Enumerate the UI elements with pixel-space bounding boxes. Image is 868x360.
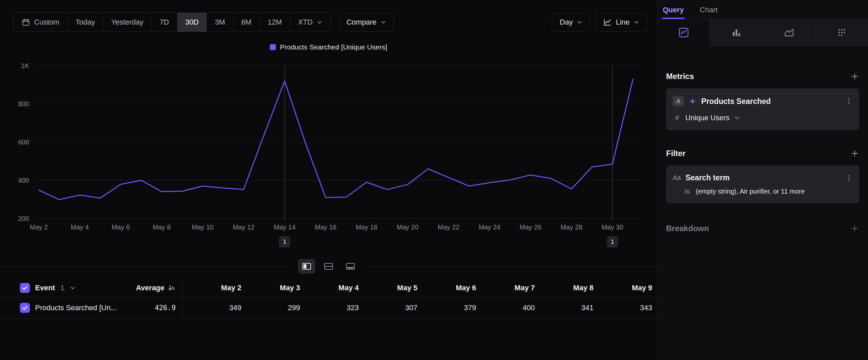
- chevron-down-icon[interactable]: [734, 115, 740, 121]
- range-today-button[interactable]: Today: [67, 13, 103, 32]
- average-value: 426.9: [155, 304, 176, 312]
- compare-button[interactable]: Compare: [339, 13, 394, 32]
- filter-card[interactable]: Aa Search term Is (empty string), Air pu…: [666, 165, 859, 203]
- measure-type-icon: #: [673, 114, 681, 122]
- metric-menu-button[interactable]: [845, 97, 853, 105]
- granularity-label: Day: [560, 18, 572, 27]
- column-header[interactable]: May 9: [593, 284, 652, 292]
- measure-selector[interactable]: Unique Users: [685, 114, 730, 122]
- tab-query[interactable]: Query: [662, 6, 685, 19]
- range-custom-button[interactable]: Custom: [13, 13, 67, 32]
- filter-menu-button[interactable]: [845, 174, 853, 182]
- average-header-cell: Average: [126, 284, 182, 292]
- chart-type-bar-tab[interactable]: [710, 19, 763, 46]
- table-date-headers: May 2May 3May 4May 5May 6May 7May 8May 9: [182, 279, 652, 297]
- x-tick-label: May 26: [520, 223, 541, 231]
- table-cell: 343: [593, 304, 652, 312]
- range-3m-button[interactable]: 3M: [207, 13, 233, 32]
- add-metric-button[interactable]: [850, 72, 859, 81]
- chart-type-line-tab[interactable]: [657, 19, 710, 46]
- chart-type-label: Line: [616, 18, 630, 27]
- legend-swatch: [270, 44, 276, 50]
- table-row: Products Searched [Un... 426.9 349299323…: [0, 297, 657, 319]
- column-header[interactable]: May 5: [359, 284, 417, 292]
- metrics-heading: Metrics: [666, 72, 694, 81]
- column-header[interactable]: May 4: [300, 284, 359, 292]
- select-all-checkbox[interactable]: [20, 283, 30, 293]
- date-range-control: CustomTodayYesterday7D30D3M6M12MXTD: [13, 12, 331, 32]
- chart-type-area-tab[interactable]: [763, 19, 815, 46]
- compare-label: Compare: [346, 18, 376, 27]
- annotation-badge-label: 1: [611, 238, 614, 245]
- chevron-down-icon[interactable]: [70, 285, 75, 291]
- filter-heading: Filter: [666, 149, 686, 158]
- range-12m-button[interactable]: 12M: [259, 13, 290, 32]
- column-header[interactable]: May 7: [476, 284, 535, 292]
- series-name[interactable]: Products Searched [Un...: [35, 304, 117, 312]
- range-xtd-button[interactable]: XTD: [290, 13, 331, 32]
- y-tick-label: 1K: [21, 62, 30, 70]
- x-tick-label: May 16: [315, 223, 337, 231]
- column-header[interactable]: May 8: [535, 284, 593, 292]
- table-header-row: Event 1 Average May 2May 3May 4May 5May …: [0, 279, 657, 297]
- chart-toolbar: CustomTodayYesterday7D30D3M6M12MXTD Comp…: [13, 12, 647, 32]
- table-cell: 341: [535, 304, 593, 312]
- range-7d-button[interactable]: 7D: [152, 13, 177, 32]
- chart-type-area-icon: [783, 27, 795, 38]
- kebab-icon: [845, 174, 853, 182]
- layout-split-vertical-button[interactable]: [298, 259, 315, 274]
- chart-type-button[interactable]: Line: [595, 13, 647, 32]
- range-6m-button[interactable]: 6M: [233, 13, 259, 32]
- chart-type-tabs: [657, 19, 868, 46]
- granularity-button[interactable]: Day: [552, 13, 590, 32]
- split-vertical-icon: [302, 262, 311, 270]
- sidebar-tab-bar: Query Chart: [657, 0, 868, 19]
- metric-letter-badge: A: [673, 96, 684, 106]
- row-checkbox[interactable]: [20, 303, 30, 313]
- chart-type-bar-icon: [731, 27, 742, 38]
- sort-icon[interactable]: [168, 284, 176, 292]
- metric-card[interactable]: A Products Searched # Unique Users: [666, 88, 859, 130]
- x-tick-label: May 2: [30, 223, 48, 231]
- filter-value[interactable]: (empty string), Air purifier, or 11 more: [696, 188, 805, 195]
- table-cell: 349: [183, 304, 241, 312]
- range-yesterday-button[interactable]: Yesterday: [103, 13, 152, 32]
- column-header[interactable]: May 2: [183, 284, 241, 292]
- table-cell: 400: [476, 304, 535, 312]
- split-horizontal-icon: [324, 262, 333, 270]
- table-cell: 379: [417, 304, 476, 312]
- chart-type-grid-tab[interactable]: [815, 19, 868, 46]
- layout-bottom-panel-button[interactable]: [342, 259, 359, 274]
- chart-section: Products Searched [Unique Users] 2004006…: [0, 43, 657, 254]
- text-property-icon: Aa: [673, 174, 681, 182]
- y-tick-label: 400: [18, 177, 29, 184]
- x-tick-label: May 14: [274, 223, 296, 231]
- x-tick-label: May 4: [71, 223, 89, 231]
- add-breakdown-button[interactable]: [850, 224, 859, 233]
- add-filter-button[interactable]: [850, 149, 859, 158]
- range-30d-button[interactable]: 30D: [177, 13, 207, 32]
- chart-legend: Products Searched [Unique Users]: [0, 43, 657, 51]
- plus-icon: [850, 72, 859, 81]
- column-header[interactable]: May 6: [417, 284, 476, 292]
- chevron-down-icon: [577, 19, 583, 25]
- chart-line: [39, 79, 633, 200]
- line-chart[interactable]: 2004006008001KMay 2May 4May 6May 8May 10…: [0, 56, 656, 252]
- x-tick-label: May 18: [356, 223, 378, 231]
- data-table: Event 1 Average May 2May 3May 4May 5May …: [0, 279, 657, 319]
- tab-chart[interactable]: Chart: [699, 6, 718, 19]
- metric-name[interactable]: Products Searched: [701, 97, 840, 106]
- y-tick-label: 200: [18, 215, 29, 222]
- annotation-badge-label: 1: [283, 238, 286, 245]
- legend-label: Products Searched [Unique Users]: [280, 43, 387, 51]
- table-cell: 299: [241, 304, 300, 312]
- query-sidebar: Query Chart Metrics A Products Searc: [657, 0, 868, 360]
- check-icon: [22, 285, 28, 291]
- filter-operator[interactable]: Is: [685, 188, 690, 195]
- chevron-down-icon: [633, 19, 640, 25]
- chart-type-grid-icon: [836, 27, 848, 38]
- sidebar-content: Metrics A Products Searched # Unique Use…: [657, 46, 868, 233]
- layout-split-horizontal-button[interactable]: [320, 259, 337, 274]
- column-header[interactable]: May 3: [241, 284, 300, 292]
- filter-property-name[interactable]: Search term: [685, 173, 840, 182]
